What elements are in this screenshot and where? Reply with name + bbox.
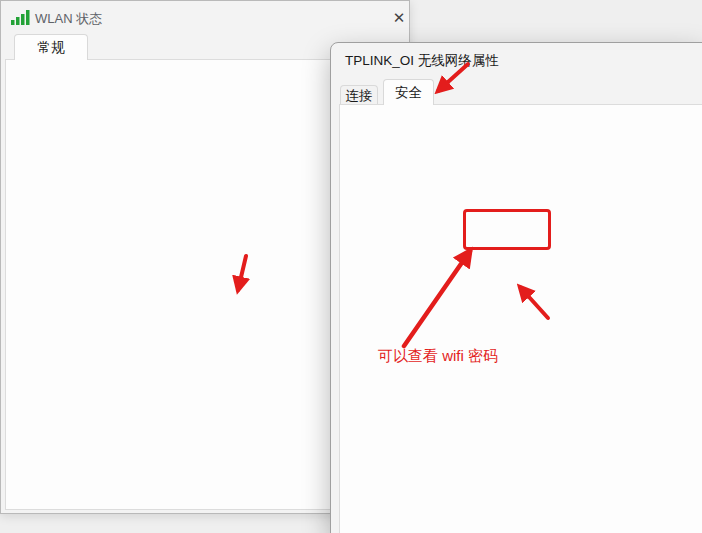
tab-general[interactable]: 常规 — [14, 34, 88, 60]
wireless-properties-dialog: TPLINK_OI 无线网络属性 连接 安全 安全类型(E): WPA2 - 个… — [330, 42, 702, 533]
wlan-signal-icon — [11, 10, 30, 25]
dialog-title: TPLINK_OI 无线网络属性 — [345, 52, 499, 70]
close-icon[interactable]: ✕ — [389, 8, 409, 28]
security-tab-page — [339, 104, 702, 533]
titlebar[interactable]: WLAN 状态 ✕ — [1, 1, 409, 33]
annotation-note: 可以查看 wifi 密码 — [378, 347, 498, 366]
tab-security[interactable]: 安全 — [383, 79, 434, 105]
tab-connection[interactable]: 连接 — [340, 85, 378, 105]
window-title: WLAN 状态 — [35, 10, 102, 28]
